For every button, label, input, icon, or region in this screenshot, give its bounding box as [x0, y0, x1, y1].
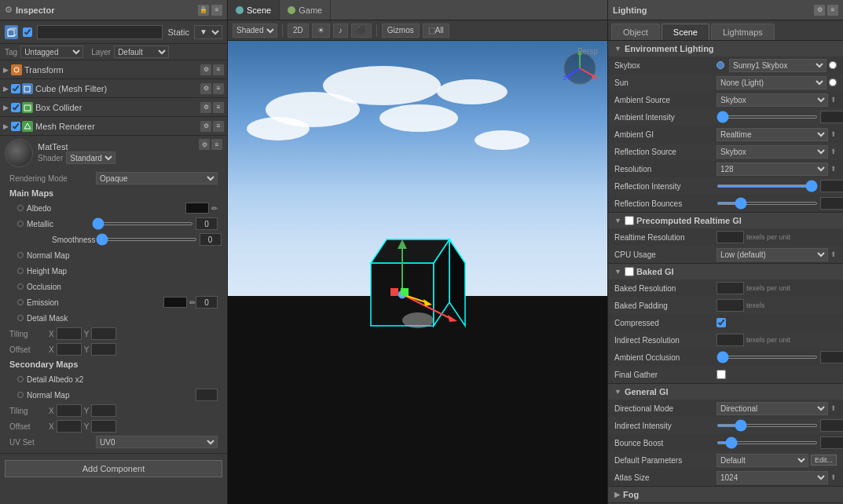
- baked-checkbox[interactable]: [625, 267, 634, 276]
- final-gather-checkbox[interactable]: [717, 370, 726, 379]
- transform-menu-btn[interactable]: ≡: [213, 64, 224, 75]
- tiling-y-input[interactable]: 1: [91, 327, 116, 340]
- transform-settings-btn[interactable]: ⚙: [200, 64, 211, 75]
- edit-button[interactable]: Edit...: [811, 455, 837, 466]
- ambient-gi-select[interactable]: Realtime: [717, 128, 828, 141]
- tab-lightmaps[interactable]: Lightmaps: [711, 24, 775, 40]
- realtime-res-num[interactable]: 2: [717, 231, 744, 243]
- add-component-button[interactable]: Add Component: [5, 460, 222, 477]
- mesh-filter-settings-btn[interactable]: ⚙: [200, 83, 211, 94]
- mesh-renderer-component[interactable]: ▶ Mesh Renderer ⚙ ≡: [0, 117, 227, 136]
- albedo-pick-icon[interactable]: ✏: [211, 204, 218, 213]
- emission-swatch[interactable]: [163, 297, 187, 308]
- uv-set-select[interactable]: UV0: [96, 436, 218, 448]
- mesh-renderer-menu-btn[interactable]: ≡: [213, 121, 224, 132]
- lighting-menu-icon[interactable]: ≡: [827, 5, 838, 16]
- box-collider-enabled[interactable]: [11, 103, 20, 112]
- bounce-boost-num[interactable]: 1: [820, 436, 843, 449]
- emission-value[interactable]: [196, 296, 218, 309]
- secondary-normal-value[interactable]: 1: [196, 389, 218, 401]
- reflection-intensity-num[interactable]: 1: [820, 180, 843, 192]
- mesh-filter-enabled[interactable]: [11, 84, 20, 93]
- precomputed-checkbox[interactable]: [625, 216, 634, 225]
- game-tab[interactable]: Game: [280, 0, 331, 20]
- albedo-swatch[interactable]: [185, 203, 209, 214]
- resolution-select[interactable]: 128: [717, 163, 828, 176]
- metallic-value[interactable]: 0: [196, 217, 218, 230]
- offset-x-input[interactable]: 0: [57, 343, 82, 356]
- ambient-intensity-slider[interactable]: [717, 115, 818, 119]
- shader-select[interactable]: Standard: [66, 152, 115, 164]
- gizmos-button[interactable]: Gizmos: [382, 24, 420, 38]
- secondary-offset-x[interactable]: 0: [57, 420, 82, 433]
- mat-menu-btn[interactable]: ≡: [211, 139, 222, 150]
- sun-select[interactable]: None (Light): [717, 76, 827, 89]
- menu-icon[interactable]: ≡: [211, 5, 222, 16]
- skybox-radio[interactable]: [829, 61, 837, 69]
- bounce-boost-slider[interactable]: [717, 441, 818, 444]
- skybox-select[interactable]: Sunny1 Skybox: [729, 59, 827, 72]
- smoothness-slider[interactable]: [96, 238, 197, 241]
- directional-mode-select[interactable]: Directional: [717, 402, 828, 415]
- gameobject-name-input[interactable]: Cube: [37, 25, 163, 39]
- precomputed-gi-header[interactable]: ▼ Precomputed Realtime GI: [608, 213, 843, 228]
- baked-gi-header[interactable]: ▼ Baked GI: [608, 264, 843, 279]
- rendering-mode-select[interactable]: Opaque: [96, 172, 218, 184]
- baked-res-num[interactable]: 40: [717, 282, 744, 294]
- compressed-checkbox[interactable]: [717, 318, 726, 327]
- reflection-source-select[interactable]: Skybox: [717, 145, 828, 159]
- default-params-select[interactable]: Default: [717, 454, 808, 467]
- audio-button[interactable]: ♪: [333, 24, 348, 38]
- ambient-intensity-num[interactable]: 0: [820, 111, 843, 123]
- box-collider-component[interactable]: ▶ Box Collider ⚙ ≡: [0, 98, 227, 117]
- ambient-occlusion-num[interactable]: 0: [820, 351, 843, 363]
- mesh-filter-menu-btn[interactable]: ≡: [213, 83, 224, 94]
- box-collider-settings-btn[interactable]: ⚙: [200, 102, 211, 113]
- shader-row: Shader Standard: [38, 152, 115, 164]
- smoothness-value[interactable]: 0: [200, 233, 222, 246]
- lock-icon[interactable]: 🔒: [198, 5, 209, 16]
- secondary-tiling-y[interactable]: 1: [91, 404, 116, 417]
- baked-padding-num[interactable]: 2: [717, 299, 744, 312]
- gameobject-enabled-checkbox[interactable]: [23, 27, 32, 37]
- tab-object[interactable]: Object: [611, 24, 660, 40]
- secondary-tiling-x[interactable]: 1: [57, 404, 82, 417]
- cpu-usage-select[interactable]: Low (default): [717, 248, 828, 261]
- reflection-bounces-num[interactable]: 1: [820, 197, 843, 210]
- emission-pick-icon[interactable]: ✏: [189, 298, 196, 307]
- mesh-renderer-enabled[interactable]: [11, 122, 20, 131]
- fog-header[interactable]: ▶ Fog: [608, 487, 843, 502]
- reflection-bounces-slider[interactable]: [717, 202, 818, 205]
- light-button[interactable]: ☀: [312, 24, 330, 38]
- mesh-renderer-settings-btn[interactable]: ⚙: [200, 121, 211, 132]
- mesh-filter-component[interactable]: ▶ Cube (Mesh Filter) ⚙ ≡: [0, 79, 227, 98]
- env-lighting-header[interactable]: ▼ Environment Lighting: [608, 41, 843, 57]
- lighting-settings-icon[interactable]: ⚙: [814, 5, 825, 16]
- indirect-res-num[interactable]: 2: [717, 334, 744, 346]
- transform-component[interactable]: ▶ Transform ⚙ ≡: [0, 60, 227, 79]
- skybox-label: Skybox: [614, 61, 717, 70]
- ambient-occlusion-slider[interactable]: [717, 356, 818, 359]
- effect-button[interactable]: ⬛: [351, 24, 372, 38]
- all-button[interactable]: ⬚All: [423, 24, 449, 38]
- tab-scene[interactable]: Scene: [662, 24, 709, 40]
- indirect-intensity-num[interactable]: 1: [820, 419, 843, 432]
- 2d-button[interactable]: 2D: [288, 24, 309, 38]
- sun-radio[interactable]: [829, 79, 837, 86]
- ambient-source-select[interactable]: Skybox: [717, 93, 828, 107]
- layer-select[interactable]: Default: [114, 46, 169, 58]
- reflection-intensity-slider[interactable]: [717, 184, 818, 188]
- scene-tab[interactable]: Scene: [228, 0, 280, 20]
- mat-settings-btn[interactable]: ⚙: [199, 139, 210, 150]
- static-dropdown[interactable]: ▼: [194, 25, 222, 39]
- tiling-x-input[interactable]: 1: [57, 327, 82, 340]
- general-gi-header[interactable]: ▼ General GI: [608, 384, 843, 400]
- shaded-select[interactable]: Shaded: [233, 24, 277, 38]
- secondary-offset-y[interactable]: 0: [91, 420, 116, 433]
- offset-y-input[interactable]: 0: [91, 343, 116, 356]
- metallic-slider[interactable]: [92, 222, 193, 225]
- atlas-size-select[interactable]: 1024: [717, 471, 828, 484]
- box-collider-menu-btn[interactable]: ≡: [213, 102, 224, 113]
- tag-select[interactable]: Untagged: [20, 46, 83, 58]
- indirect-intensity-slider[interactable]: [717, 424, 818, 427]
